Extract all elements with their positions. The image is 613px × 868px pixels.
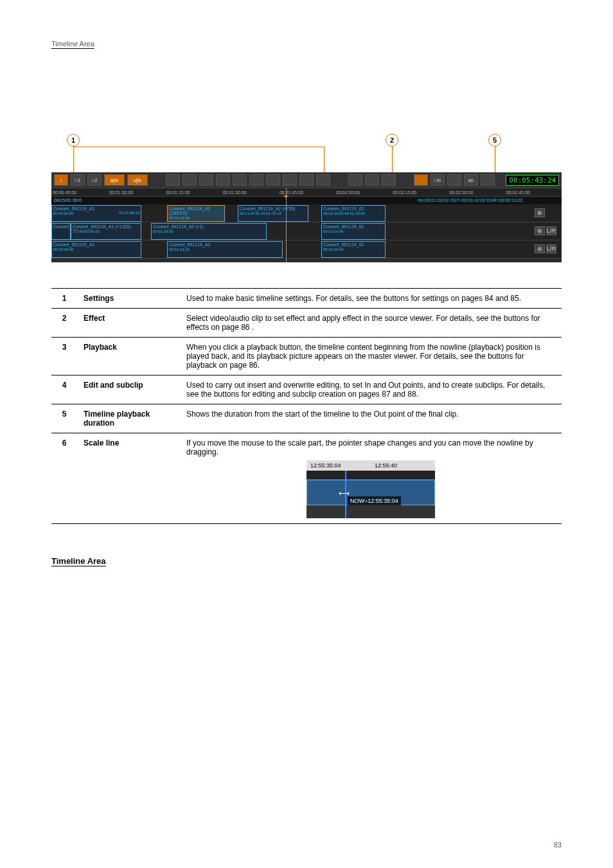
clip[interactable]: Concert_091119_A2 (+1) 00:01:10:20 bbox=[151, 223, 267, 240]
row-desc: Select video/audio clip to set effect an… bbox=[180, 309, 562, 338]
table-row: 5 Timeline playback duration Shows the d… bbox=[51, 404, 562, 433]
video-track-1[interactable]: Concert_091119_A1 00:00:00:00 00:11:06:1… bbox=[51, 204, 562, 222]
clip[interactable]: Concert_091119_A2 (+750) 00:11:47:21 00:… bbox=[238, 205, 308, 222]
callout-1: 1 bbox=[67, 134, 80, 147]
zoom-icon[interactable]: ⊕ bbox=[535, 244, 545, 253]
tool-button[interactable] bbox=[481, 174, 495, 186]
clip[interactable]: Concert_091119_A1 bbox=[51, 223, 71, 240]
ruler-tick: 00:02:30:00 bbox=[449, 190, 505, 195]
tool-button[interactable] bbox=[316, 174, 330, 186]
callout-2: 2 bbox=[386, 134, 398, 147]
zoom-icon[interactable]: ⊕ bbox=[535, 226, 545, 235]
fx-button[interactable]: □fx bbox=[431, 174, 445, 186]
row-number: 2 bbox=[51, 309, 77, 338]
subclip-button[interactable] bbox=[382, 174, 396, 186]
mark-out-button[interactable] bbox=[365, 174, 379, 186]
playhead[interactable] bbox=[286, 188, 287, 262]
clip[interactable]: Concert_091119_A1 00:00:00:00 00:11:06:1… bbox=[51, 205, 141, 222]
row-name: Edit and subclip bbox=[77, 375, 180, 404]
clip[interactable]: Concert_091119_A2 00:01:10:19 bbox=[167, 241, 283, 258]
clip[interactable]: Concert_091119_01 00:02:19:03 00:02:19:0… bbox=[321, 205, 386, 222]
tool-button[interactable] bbox=[199, 174, 213, 186]
lr-button[interactable]: L/R bbox=[546, 226, 556, 235]
description-table: 1 Settings Used to make basic timeline s… bbox=[51, 288, 562, 524]
vfx-button[interactable]: v|fx bbox=[127, 174, 148, 186]
track1-button[interactable]: □1 bbox=[71, 174, 85, 186]
ruler-tick: 00:01:30:00 bbox=[222, 190, 278, 195]
ruler-tick: 00:00:45:00 bbox=[51, 190, 108, 195]
video-track-3[interactable]: Concert_091119_A1 00:00:00:00 Concert_09… bbox=[51, 240, 562, 258]
row-desc: If you move the mouse to the scale part,… bbox=[180, 433, 562, 524]
row-desc: Shows the duration from the start of the… bbox=[180, 404, 562, 433]
row-number: 4 bbox=[51, 375, 77, 404]
row-name: Settings bbox=[77, 289, 180, 309]
track2-button[interactable]: □2 bbox=[87, 174, 102, 186]
ruler-tick: 00:01:15:00 bbox=[164, 190, 221, 195]
callout-5: 5 bbox=[488, 134, 501, 147]
mark-in-button[interactable] bbox=[348, 174, 362, 186]
row-name: Scale line bbox=[77, 433, 180, 524]
timeline-ruler[interactable]: 00:00:45:00 00:01:00:00 00:01:15:00 00:0… bbox=[51, 188, 562, 197]
ruler-tick: 12:55:40 bbox=[371, 462, 435, 469]
effect-button[interactable] bbox=[447, 174, 461, 186]
tool-button[interactable] bbox=[249, 174, 263, 186]
clip[interactable]: Concert_091119_01 00:02:19:04 bbox=[321, 241, 386, 258]
table-row: 3 Playback When you click a playback but… bbox=[51, 338, 562, 375]
row-desc: When you click a playback button, the ti… bbox=[180, 338, 562, 375]
ruler-tick: 00:01:45:00 bbox=[278, 190, 335, 195]
ruler-tick: 00:02:00:00 bbox=[335, 190, 391, 195]
row-number: 5 bbox=[51, 404, 77, 433]
table-row: 2 Effect Select video/audio clip to set … bbox=[51, 309, 562, 338]
ab-button[interactable]: ab bbox=[464, 174, 478, 186]
lr-button[interactable]: L/R bbox=[546, 244, 556, 253]
tool-button[interactable] bbox=[166, 174, 180, 186]
timeline-toolbar: ♪ □1 □2 a|fx v|fx □fx ab bbox=[51, 172, 562, 188]
section-heading: Timeline Area bbox=[51, 556, 106, 566]
video-track-2[interactable]: Concert_091119_A1 Concert_091119_A1 (+11… bbox=[51, 222, 562, 240]
ruler-tick: 12:55:35:04 bbox=[306, 462, 371, 469]
tool-button[interactable] bbox=[283, 174, 297, 186]
row-name: Timeline playback duration bbox=[77, 404, 180, 433]
table-row: 1 Settings Used to make basic timeline s… bbox=[51, 289, 562, 309]
page-number: 83 bbox=[554, 841, 562, 849]
timeline-screenshot: 1 2 5 ♪ □1 □2 a|fx v|fx bbox=[51, 134, 562, 262]
ruler-tick: 00:02:45:00 bbox=[505, 190, 562, 195]
clip[interactable]: Concert_091119_A1 (+1105) 75 00:00:50:19 bbox=[71, 223, 141, 240]
effect-button[interactable] bbox=[414, 174, 428, 186]
row-number: 6 bbox=[51, 433, 77, 524]
now-label: NOW=12:55:35:04 bbox=[348, 496, 401, 505]
clip[interactable]: Concert_091119_A1 00:00:00:00 bbox=[51, 241, 141, 258]
row-number: 1 bbox=[51, 289, 77, 309]
ruler-tick: 00:02:15:00 bbox=[391, 190, 448, 195]
row-desc: Used to carry out insert and overwrite e… bbox=[180, 375, 562, 404]
tool-button[interactable] bbox=[266, 174, 280, 186]
page-header: Timeline Area bbox=[51, 40, 94, 49]
clip-selected[interactable]: Concert_091119_A2 (150:0 h) 00:01:10:19 bbox=[167, 205, 225, 222]
timeline-duration: 00:05:43:24 bbox=[506, 175, 559, 186]
tool-button[interactable] bbox=[216, 174, 230, 186]
ruler-tick: 00:01:00:00 bbox=[108, 190, 164, 195]
afx-button[interactable]: a|fx bbox=[104, 174, 125, 186]
tool-button[interactable] bbox=[299, 174, 314, 186]
row-number: 3 bbox=[51, 338, 77, 375]
table-row: 4 Edit and subclip Used to carry out ins… bbox=[51, 375, 562, 404]
zoom-icon[interactable]: ⊕ bbox=[535, 208, 545, 217]
row-name: Effect bbox=[77, 309, 180, 338]
tool-button[interactable] bbox=[182, 174, 197, 186]
row-name: Playback bbox=[77, 338, 180, 375]
scale-line-example: 12:55:35:04 12:55:40 ⟷ NOW=12:55:35:04 bbox=[306, 460, 435, 518]
table-row: 6 Scale line If you move the mouse to th… bbox=[51, 433, 562, 524]
note-icon[interactable]: ♪ bbox=[54, 174, 68, 186]
in-out-dur-display: 09/15/01 09:0 IN=00:01:29:02 OUT=00:01:4… bbox=[51, 197, 562, 204]
clip[interactable]: Concert_091119_01 00:02:19:04 bbox=[321, 223, 386, 240]
tool-button[interactable] bbox=[233, 174, 247, 186]
row-desc: Used to make basic timeline settings. Fo… bbox=[180, 289, 562, 309]
